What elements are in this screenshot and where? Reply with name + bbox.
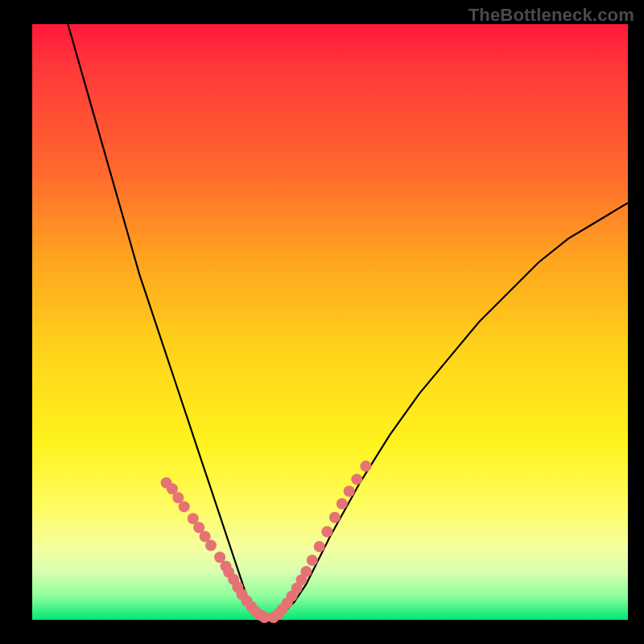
- bottleneck-curve-svg: [32, 24, 628, 620]
- curve-marker: [300, 566, 312, 577]
- plot-area: [32, 24, 628, 620]
- curve-marker: [321, 526, 332, 538]
- curve-marker: [336, 498, 348, 510]
- bottleneck-curve: [68, 24, 628, 620]
- curve-marker: [179, 501, 190, 512]
- curve-marker: [360, 460, 371, 472]
- watermark-label: TheBottleneck.com: [469, 5, 634, 26]
- curve-marker: [351, 473, 362, 485]
- chart-frame: TheBottleneck.com: [0, 0, 644, 644]
- curve-marker: [307, 555, 318, 566]
- curve-marker: [314, 541, 325, 552]
- curve-marker: [205, 540, 217, 551]
- marker-cluster-left: [161, 477, 270, 623]
- curve-marker: [344, 485, 355, 497]
- marker-cluster-right: [268, 460, 372, 623]
- curve-marker: [329, 512, 341, 523]
